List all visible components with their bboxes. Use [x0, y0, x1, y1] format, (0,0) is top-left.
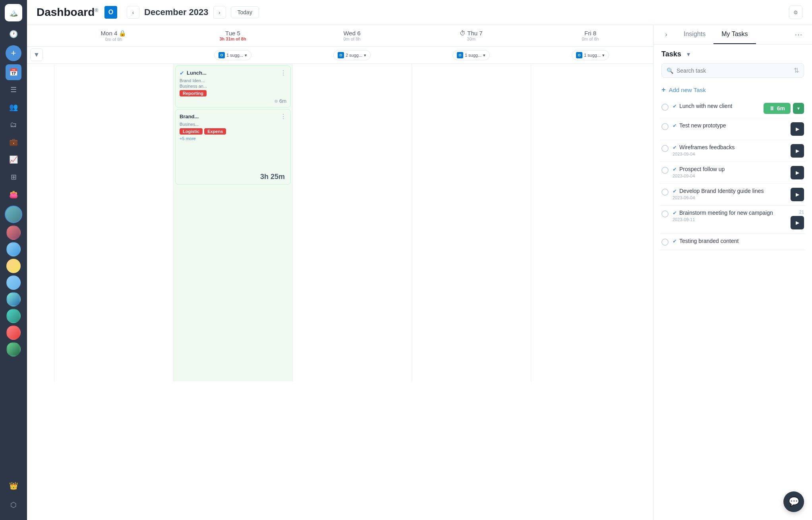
app-logo[interactable]: 🏔️ [5, 4, 22, 21]
avatar-1[interactable] [6, 225, 21, 240]
task-radio-prototype[interactable] [661, 123, 669, 130]
today-button[interactable]: Today [231, 6, 259, 18]
sidebar-item-portfolio[interactable]: 🗂 [6, 117, 21, 133]
day-header-mon: Mon 4 🔒 0m of 8h [54, 25, 173, 46]
sidebar-item-wallet[interactable]: 👛 [6, 187, 21, 202]
outlook-sugg-icon-thu: O [457, 52, 463, 58]
lunch-sub1: Brand Iden... [180, 78, 286, 83]
task-info-brainstorm: ✔ Brainstorm meeting for new campaign 20… [673, 210, 787, 222]
more-tags-button[interactable]: +5 more [180, 136, 286, 141]
thu-sugg-cell: O 1 sugg... ▾ [412, 48, 531, 62]
task-title-prospect: ✔ Prospect follow up [673, 166, 787, 172]
tab-my-tasks[interactable]: My Tasks [713, 25, 756, 44]
timer-expand-button[interactable]: ▾ [793, 103, 804, 114]
sidebar-item-chart[interactable]: 📈 [6, 152, 21, 168]
task-title-wireframes: ✔ Wireframes feedbacks [673, 144, 787, 150]
lunch-timer: 6m [180, 98, 286, 104]
panel-more-button[interactable]: ⋯ [791, 27, 806, 42]
sort-icon[interactable]: ⇅ [794, 67, 799, 74]
search-input[interactable] [677, 67, 791, 74]
lunch-card-title: Lunch... [187, 70, 278, 76]
logistic-tag[interactable]: Logistic [180, 128, 203, 135]
fri-suggestion-button[interactable]: O 1 sugg... ▾ [572, 50, 609, 60]
sidebar-item-cube[interactable]: ⬡ [6, 497, 21, 513]
sidebar-item-crown[interactable]: 👑 [6, 478, 21, 494]
avatar-main[interactable] [5, 206, 22, 223]
sidebar-item-list[interactable]: ☰ [6, 82, 21, 98]
calendar-area: Mon 4 🔒 0m of 8h Tue 5 3h 31m of 8h Wed … [27, 25, 812, 520]
avatar-8[interactable] [6, 342, 21, 356]
add-task-button[interactable]: + Add new Task [653, 83, 812, 99]
avatar-7[interactable] [6, 325, 21, 340]
next-month-button[interactable]: › [213, 6, 226, 19]
avatar-3[interactable] [6, 259, 21, 273]
task-item-prospect: ✔ Prospect follow up 2023-09-04 ▶ [660, 162, 806, 184]
wed-suggestion-button[interactable]: O 2 sugg... ▾ [333, 50, 371, 60]
sidebar-item-calendar[interactable]: 📅 [6, 64, 21, 80]
play-prototype-button[interactable]: ▶ [791, 122, 804, 136]
prev-month-button[interactable]: ‹ [127, 6, 139, 19]
task-radio-wireframes[interactable] [661, 145, 669, 152]
chat-bubble-button[interactable]: 💬 [783, 491, 804, 512]
expand-button[interactable]: ▼ [30, 48, 43, 61]
avatar-2[interactable] [6, 242, 21, 256]
check-icon-prospect: ✔ [673, 166, 677, 172]
sidebar: 🏔️ 🕐 + 📅 ☰ 👥 🗂 💼 📈 ⊞ 👛 👑 ⬡ [0, 0, 27, 520]
brand-tags: Logistic Expens [180, 128, 286, 135]
avatar-4[interactable] [6, 275, 21, 290]
main-content: Dashboard® O ‹ December 2023 › Today ⚙ M… [27, 0, 812, 520]
sidebar-add-button[interactable]: + [6, 45, 21, 61]
task-item-branded: ✔ Testing branded content [660, 234, 806, 250]
pause-timer-button[interactable]: ⏸ 6m [764, 103, 791, 114]
play-prospect-button[interactable]: ▶ [791, 166, 804, 179]
brand-card[interactable]: Brand... ⋮ Busines... Logistic Expens +5… [175, 109, 291, 185]
lunch-card[interactable]: ✔ Lunch... ⋮ Brand Iden... Business an..… [175, 65, 291, 108]
monday-column [54, 64, 173, 381]
task-radio-prospect[interactable] [661, 167, 669, 174]
tasks-dropdown-icon[interactable]: ▾ [684, 50, 692, 58]
search-icon: 🔍 [667, 67, 673, 74]
friday-column [531, 64, 650, 381]
page-title: Dashboard® [37, 6, 98, 19]
task-radio-brand-identity[interactable] [661, 189, 669, 196]
brand-menu-icon[interactable]: ⋮ [280, 113, 286, 120]
sugg-spacer: ▼ [30, 48, 54, 62]
tue-suggestion-button[interactable]: O 1 sugg... ▾ [214, 50, 251, 60]
lunch-menu-icon[interactable]: ⋮ [280, 69, 286, 77]
settings-button[interactable]: ⚙ [789, 6, 802, 19]
avatar-5[interactable] [6, 292, 21, 306]
task-title-lunch: ✔ Lunch with new client [673, 103, 760, 109]
tab-insights[interactable]: Insights [676, 25, 713, 44]
sidebar-item-briefcase[interactable]: 💼 [6, 134, 21, 150]
task-radio-branded[interactable] [661, 239, 669, 246]
play-brainstorm-button[interactable]: ▶ [791, 216, 804, 229]
panel-expand-button[interactable]: › [660, 28, 673, 41]
brand-duration: 3h 25m [180, 173, 286, 181]
reporting-tag[interactable]: Reporting [180, 90, 207, 96]
task-radio-brainstorm[interactable] [661, 210, 669, 218]
wednesday-column [292, 64, 412, 381]
sidebar-item-team[interactable]: 👥 [6, 99, 21, 115]
play-brand-identity-button[interactable]: ▶ [791, 188, 804, 201]
day-header-wed: Wed 6 0m of 8h [292, 25, 412, 46]
fri-sugg-cell: O 1 sugg... ▾ [531, 48, 650, 62]
timer-value: 6m [777, 105, 785, 112]
calendar-grid: Mon 4 🔒 0m of 8h Tue 5 3h 31m of 8h Wed … [27, 25, 653, 520]
outlook-sugg-icon-fri: O [576, 52, 582, 58]
play-wireframes-button[interactable]: ▶ [791, 144, 804, 158]
tuesday-column: ✔ Lunch... ⋮ Brand Iden... Business an..… [173, 64, 292, 381]
task-radio-lunch[interactable] [661, 104, 669, 111]
timer-dot-icon [275, 100, 278, 103]
task-title-brand-identity: ✔ Develop Brand Identity guide lines [673, 188, 787, 194]
task-item-wireframes: ✔ Wireframes feedbacks 2023-09-04 ▶ [660, 140, 806, 162]
sidebar-item-layers[interactable]: ⊞ [6, 169, 21, 185]
avatar-6[interactable] [6, 309, 21, 323]
expense-tag[interactable]: Expens [204, 128, 226, 135]
brand-card-header: Brand... ⋮ [180, 113, 286, 120]
sidebar-item-clock[interactable]: 🕐 [6, 26, 21, 42]
title-sup: ® [95, 8, 98, 13]
day-header-fri: Fri 8 0m of 8h [531, 25, 650, 46]
outlook-sugg-icon-wed: O [338, 52, 344, 58]
outlook-icon[interactable]: O [104, 6, 117, 19]
thu-suggestion-button[interactable]: O 1 sugg... ▾ [452, 50, 490, 60]
